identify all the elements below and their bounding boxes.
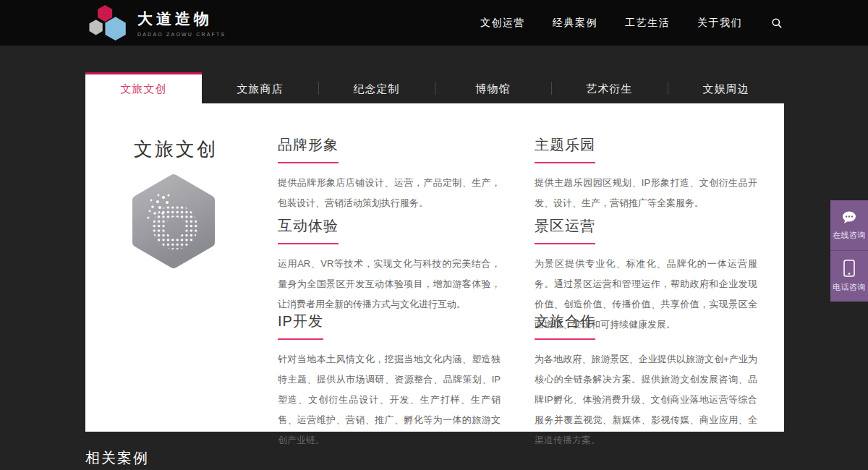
nav-item[interactable]: 工艺生活 [625, 17, 670, 28]
header: 大道造物 DADAO ZAOWU CRAFTS 文创运营经典案例工艺生活关于我们 [0, 0, 868, 46]
section-heading[interactable]: 景区运营 [535, 216, 595, 244]
category-tabbar: 文旅文创文旅商店纪念定制博物馆艺术衍生文娱周边 [85, 72, 784, 103]
section-heading[interactable]: IP开发 [278, 312, 323, 340]
nav-item[interactable]: 文创运营 [480, 17, 525, 28]
chat-bubble-icon [841, 210, 857, 225]
brand-logo[interactable]: 大道造物 DADAO ZAOWU CRAFTS [85, 4, 226, 43]
section-body: 提供品牌形象店店铺设计、运营，产品定制、生产，包装设计、营销活动策划执行服务。 [278, 173, 501, 213]
service-section: 品牌形象 提供品牌形象店店铺设计、运营，产品定制、生产，包装设计、营销活动策划执… [278, 135, 501, 213]
main-nav: 文创运营经典案例工艺生活关于我们 [453, 16, 783, 30]
content-panel: 文旅文创 品牌形象 提供品牌形象店店铺设计、运营，产品定制、生产，包装设计、 [85, 103, 784, 432]
service-section: IP开发 针对当地本土风情文化，挖掘当地文化内涵、塑造独特主题、提供从市场调研、… [278, 312, 501, 450]
phone-consult-label: 电话咨询 [833, 282, 866, 293]
category-tab[interactable]: 文旅商店 [202, 72, 318, 103]
nav-item[interactable]: 关于我们 [697, 17, 742, 28]
brand-subtitle: DADAO ZAOWU CRAFTS [137, 32, 226, 37]
category-tab[interactable]: 文娱周边 [668, 72, 784, 103]
nav-item[interactable]: 经典案例 [553, 17, 597, 28]
category-tab[interactable]: 艺术衍生 [551, 72, 668, 103]
category-tab[interactable]: 文旅文创 [85, 72, 202, 103]
panel-title: 文旅文创 [85, 137, 266, 162]
phone-icon [843, 260, 855, 277]
online-consult-label: 在线咨询 [833, 230, 866, 241]
service-section: 主题乐园 提供主题乐园园区规划、IP形象打造、文创衍生品开发、设计、生产，营销推… [535, 135, 757, 213]
section-body: 针对当地本土风情文化，挖掘当地文化内涵、塑造独特主题、提供从市场调研、资源整合、… [278, 349, 501, 450]
section-body: 为各地政府、旅游景区、企业提供以旅游文创+产业为核心的全链条解决方案。提供旅游文… [535, 349, 757, 450]
brand-title: 大道造物 [137, 9, 226, 29]
category-tab[interactable]: 博物馆 [435, 72, 551, 103]
section-heading[interactable]: 品牌形象 [278, 135, 339, 163]
search-button[interactable] [771, 17, 783, 29]
nav-items: 文创运营经典案例工艺生活关于我们 [453, 16, 742, 30]
search-icon [771, 17, 783, 29]
dotted-hexagon-icon [129, 173, 218, 270]
category-tab[interactable]: 纪念定制 [318, 72, 435, 103]
service-section: 互动体验 运用AR、VR等技术，实现文化与科技的完美结合，量身为全国景区开发互动… [278, 216, 501, 315]
online-consult-button[interactable]: 在线咨询 [830, 200, 868, 251]
related-cases-heading: 相关案例 [85, 448, 149, 468]
service-section: 文旅合作 为各地政府、旅游景区、企业提供以旅游文创+产业为核心的全链条解决方案。… [535, 312, 757, 450]
logo-text: 大道造物 DADAO ZAOWU CRAFTS [137, 9, 226, 37]
section-heading[interactable]: 互动体验 [278, 216, 339, 244]
side-contact-widgets: 在线咨询 电话咨询 [830, 200, 868, 302]
section-body: 运用AR、VR等技术，实现文化与科技的完美结合，量身为全国景区开发互动体验项目，… [278, 254, 501, 315]
logo-hexagons-icon [85, 4, 130, 43]
section-heading[interactable]: 主题乐园 [535, 135, 595, 163]
section-body: 提供主题乐园园区规划、IP形象打造、文创衍生品开发、设计、生产，营销推广等全案服… [535, 173, 757, 213]
phone-consult-button[interactable]: 电话咨询 [830, 251, 868, 302]
section-heading[interactable]: 文旅合作 [535, 312, 595, 340]
